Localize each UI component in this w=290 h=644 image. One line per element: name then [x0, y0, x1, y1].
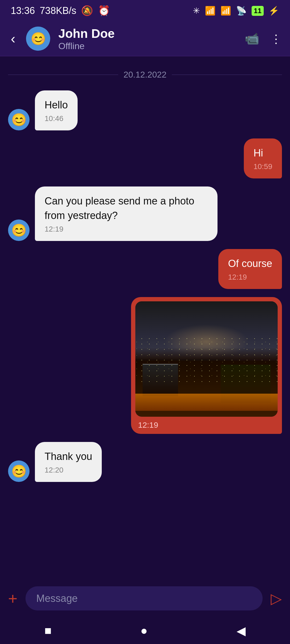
- message-time: 10:59: [253, 162, 272, 171]
- message-time: 10:46: [45, 114, 68, 123]
- message-text: Can you please send me a photo from yest…: [45, 194, 208, 222]
- mute-icon: 🔕: [81, 5, 93, 16]
- charge-icon: ⚡: [269, 6, 279, 16]
- chat-area: 20.12.2022 😊 Hello 10:46 Hi 10:59 😊 Can …: [0, 56, 290, 606]
- contact-info: John Doe Offline: [58, 26, 237, 51]
- message-row: Of course 12:19: [8, 249, 282, 289]
- more-options-icon[interactable]: ⋮: [270, 32, 282, 46]
- video-call-icon[interactable]: 📹: [245, 32, 259, 46]
- wifi-icon: 📡: [236, 6, 247, 16]
- message-text: Hi: [253, 146, 272, 160]
- status-left: 13:36 738KB/s 🔕 ⏰: [11, 5, 110, 16]
- message-text: Of course: [228, 257, 272, 271]
- contact-name: John Doe: [58, 26, 237, 41]
- message-text: Hello: [45, 98, 68, 112]
- message-text: Thank you: [45, 449, 92, 464]
- avatar: 😊: [8, 460, 30, 482]
- message-row: 😊 Hello 10:46: [8, 90, 282, 130]
- status-time: 13:36: [11, 5, 35, 16]
- message-time: 12:20: [45, 466, 92, 474]
- message-row: 12:19: [8, 297, 282, 434]
- message-input[interactable]: [26, 586, 263, 610]
- avatar: 😊: [8, 219, 30, 241]
- bluetooth-icon: ✳: [193, 6, 200, 16]
- signal-icon: 📶: [205, 6, 216, 16]
- list-item: Thank you 12:20: [35, 442, 102, 482]
- nav-bar: ■ ● ◀: [0, 617, 290, 644]
- photo-image: [135, 301, 278, 417]
- home-button[interactable]: ●: [140, 624, 148, 637]
- header-actions: 📹 ⋮: [245, 32, 282, 46]
- message-row: Hi 10:59: [8, 138, 282, 178]
- attach-button[interactable]: +: [8, 589, 17, 608]
- alarm-icon: ⏰: [98, 5, 110, 16]
- recent-apps-button[interactable]: ■: [44, 624, 52, 637]
- avatar: 😊: [8, 109, 30, 130]
- list-item: Hello 10:46: [35, 90, 78, 130]
- date-divider: 20.12.2022: [8, 70, 282, 80]
- contact-status: Offline: [58, 41, 237, 51]
- back-nav-button[interactable]: ◀: [237, 624, 246, 638]
- status-network: 738KB/s: [40, 5, 76, 16]
- battery-icon: 11: [252, 6, 264, 16]
- list-item: Of course 12:19: [218, 249, 282, 289]
- status-bar: 13:36 738KB/s 🔕 ⏰ ✳ 📶 📶 📡 11 ⚡: [0, 0, 290, 21]
- chat-header: ‹ 😊 John Doe Offline 📹 ⋮: [0, 21, 290, 56]
- date-divider-text: 20.12.2022: [124, 70, 166, 80]
- message-time: 12:19: [45, 225, 208, 233]
- back-button[interactable]: ‹: [8, 28, 18, 49]
- send-button[interactable]: ▷: [271, 590, 282, 607]
- list-item: Can you please send me a photo from yest…: [35, 186, 218, 241]
- photo-bubble[interactable]: 12:19: [131, 297, 282, 434]
- contact-avatar: 😊: [26, 27, 50, 51]
- status-right: ✳ 📶 📶 📡 11 ⚡: [193, 6, 279, 16]
- list-item: Hi 10:59: [244, 138, 282, 178]
- input-bar: + ▷: [0, 580, 290, 617]
- message-row: 😊 Thank you 12:20: [8, 442, 282, 482]
- signal-icon2: 📶: [220, 6, 231, 16]
- message-time: 12:19: [135, 420, 278, 430]
- message-time: 12:19: [228, 273, 272, 281]
- message-row: 😊 Can you please send me a photo from ye…: [8, 186, 282, 241]
